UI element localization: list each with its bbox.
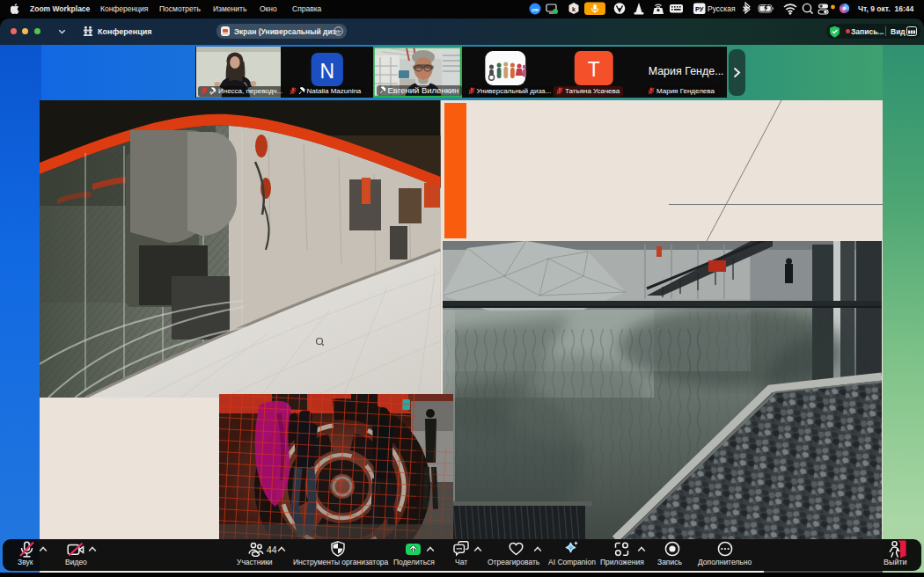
svg-text:N: N (319, 60, 334, 84)
svg-text:k: k (572, 6, 576, 12)
svg-text:Русская: Русская (708, 4, 736, 13)
svg-text:T: T (588, 58, 600, 82)
svg-text:Мария Генде...: Мария Генде... (648, 64, 723, 77)
svg-text:РУ: РУ (695, 5, 704, 13)
svg-text:zm: zm (532, 7, 539, 12)
